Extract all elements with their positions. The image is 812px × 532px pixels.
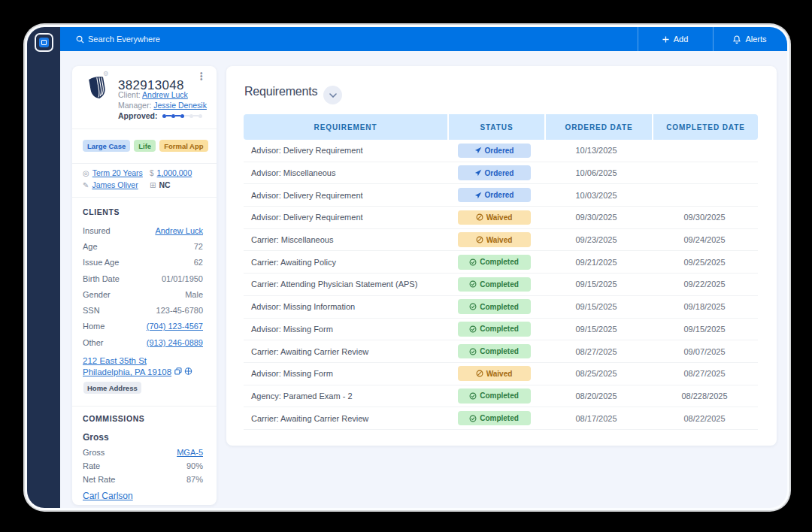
- completed-date: 09/15/2025: [653, 325, 758, 334]
- detail-value[interactable]: (913) 246-0889: [147, 338, 203, 347]
- address-line1-link[interactable]: 212 East 35th St: [83, 356, 147, 365]
- address-line2-link[interactable]: Philadelphia, PA 19108: [83, 367, 171, 376]
- requirement-name: Advisor: Missing Form: [244, 325, 449, 334]
- requirement-row: Advisor: MiscellaneousOrdered10/06/2025: [244, 162, 758, 185]
- detail-value: 62: [194, 258, 203, 267]
- detail-value[interactable]: (704) 123-4567: [147, 322, 203, 331]
- column-header[interactable]: COMPLETED DATE: [653, 114, 758, 140]
- requirements-collapse-button[interactable]: [323, 86, 342, 104]
- search-placeholder: Search Everywhere: [88, 35, 160, 44]
- detail-label: Gross: [83, 448, 105, 457]
- requirements-card: Requirements REQUIREMENTSTATUSORDERED DA…: [226, 66, 777, 446]
- requirement-name: Advisor: Miscellaneous: [244, 168, 449, 177]
- detail-value[interactable]: MGA-5: [177, 448, 203, 457]
- commissions-group-title: Gross: [83, 432, 109, 443]
- detail-label: Net Rate: [83, 475, 115, 484]
- state-icon: ⊞: [150, 181, 156, 189]
- requirement-name: Carrier: Miscellaneous: [244, 235, 449, 244]
- commissions-section-title: COMMISSIONS: [83, 414, 144, 423]
- ordered-date: 09/23/2025: [546, 235, 653, 244]
- detail-row: Birth Date01/01/1950: [83, 271, 203, 286]
- requirement-row: Advisor: Delivery RequirementWaived09/30…: [244, 207, 758, 229]
- print-icon[interactable]: [184, 367, 192, 375]
- detail-row: GenderMale: [83, 286, 203, 302]
- completed-date: 09/25/2025: [653, 258, 758, 267]
- status-badge: Completed: [458, 277, 531, 292]
- requirement-row: Carrier: Awaiting Carrier ReviewComplete…: [244, 407, 758, 430]
- requirement-name: Carrier: Awaiting Carrier Review: [244, 414, 449, 423]
- column-header[interactable]: ORDERED DATE: [546, 114, 652, 140]
- slash-circle-icon: [476, 213, 483, 221]
- nav-sidebar: [27, 27, 60, 508]
- alerts-button[interactable]: Alerts: [713, 27, 787, 51]
- policy-info: ◎Term 20 Years $1,000,000 ✎James Oliver …: [83, 168, 206, 192]
- commissions-rows: GrossMGA-5Rate90%Net Rate87%: [83, 446, 203, 486]
- completed-date: 08/228/2025: [653, 391, 758, 401]
- case-summary-card: ⚙ ••• 382913048 Client: Andrew Luck Mana…: [72, 66, 217, 505]
- detail-value[interactable]: Andrew Luck: [155, 226, 203, 235]
- requirement-name: Advisor: Missing Information: [244, 302, 449, 311]
- detail-label: Gender: [83, 290, 111, 299]
- detail-row: Other(913) 246-0889: [83, 334, 203, 350]
- column-header[interactable]: STATUS: [449, 114, 544, 140]
- requirement-row: Advisor: Delivery RequirementOrdered10/1…: [244, 140, 758, 162]
- status-badge: Ordered: [458, 144, 531, 159]
- detail-label: Other: [83, 338, 104, 347]
- status-badge: Ordered: [458, 188, 531, 203]
- carrier-logo-icon: [88, 76, 107, 99]
- plus-icon: [662, 36, 669, 43]
- check-circle-icon: [469, 258, 477, 266]
- bell-icon: [733, 35, 741, 44]
- completed-date: 09/24/2025: [653, 235, 758, 244]
- requirements-table: REQUIREMENTSTATUSORDERED DATECOMPLETED D…: [244, 114, 758, 430]
- client-link[interactable]: Andrew Luck: [142, 90, 188, 99]
- status-badge: Waived: [458, 366, 531, 381]
- completed-date: 09/30/2025: [653, 213, 758, 222]
- kebab-menu-icon[interactable]: •••: [200, 72, 203, 81]
- send-icon: [474, 192, 482, 199]
- check-circle-icon: [469, 325, 477, 333]
- column-header[interactable]: REQUIREMENT: [244, 114, 447, 140]
- ordered-date: 09/30/2025: [546, 213, 653, 222]
- ordered-date: 10/03/2025: [546, 191, 653, 200]
- add-button-label: Add: [674, 35, 689, 44]
- status-badge: Completed: [458, 344, 531, 359]
- ordered-date: 08/17/2025: [546, 414, 653, 423]
- policy-amount-link[interactable]: 1,000,000: [157, 168, 192, 177]
- requirement-name: Carrier: Awaiting Policy: [244, 258, 449, 267]
- approved-label: Approved:: [118, 111, 158, 120]
- approved-progress: Approved:: [118, 111, 202, 120]
- ordered-date: 09/15/2025: [546, 280, 653, 289]
- detail-label: Birth Date: [83, 274, 120, 283]
- check-circle-icon: [469, 303, 477, 310]
- slash-circle-icon: [476, 370, 483, 377]
- search-icon: [76, 35, 84, 44]
- policy-term-link[interactable]: Term 20 Years: [92, 168, 143, 177]
- requirements-table-header: REQUIREMENTSTATUSORDERED DATECOMPLETED D…: [244, 114, 758, 140]
- requirement-name: Agency: Paramed Exam - 2: [244, 391, 449, 401]
- detail-value: 01/01/1950: [162, 274, 203, 283]
- detail-label: Issue Age: [83, 258, 119, 267]
- requirement-row: Carrier: MiscellaneousWaived09/23/202509…: [244, 229, 758, 252]
- ordered-date: 09/21/2025: [546, 258, 653, 267]
- send-icon: [474, 169, 482, 177]
- case-tag: Life: [134, 140, 156, 152]
- manager-link[interactable]: Jessie Denesik: [153, 101, 207, 110]
- clients-section-title: CLIENTS: [83, 207, 120, 216]
- gear-icon[interactable]: ⚙: [103, 70, 109, 77]
- commissions-agent-link[interactable]: Carl Carlson: [83, 491, 133, 501]
- requirement-name: Advisor: Delivery Requirement: [244, 146, 449, 155]
- requirement-row: Agency: Paramed Exam - 2Completed08/20/2…: [244, 385, 758, 408]
- copy-icon[interactable]: [174, 367, 182, 375]
- global-search-input[interactable]: Search Everywhere: [76, 27, 160, 51]
- completed-date: 08/27/2025: [653, 369, 758, 378]
- check-circle-icon: [469, 392, 477, 400]
- agent-link[interactable]: James Oliver: [92, 180, 138, 189]
- client-label: Client:: [118, 90, 141, 99]
- completed-date: 09/07/2025: [653, 347, 758, 356]
- detail-label: Rate: [83, 461, 100, 470]
- check-circle-icon: [469, 280, 477, 288]
- app-logo-icon[interactable]: [35, 33, 53, 52]
- add-button[interactable]: Add: [638, 27, 713, 51]
- send-icon: [474, 147, 482, 154]
